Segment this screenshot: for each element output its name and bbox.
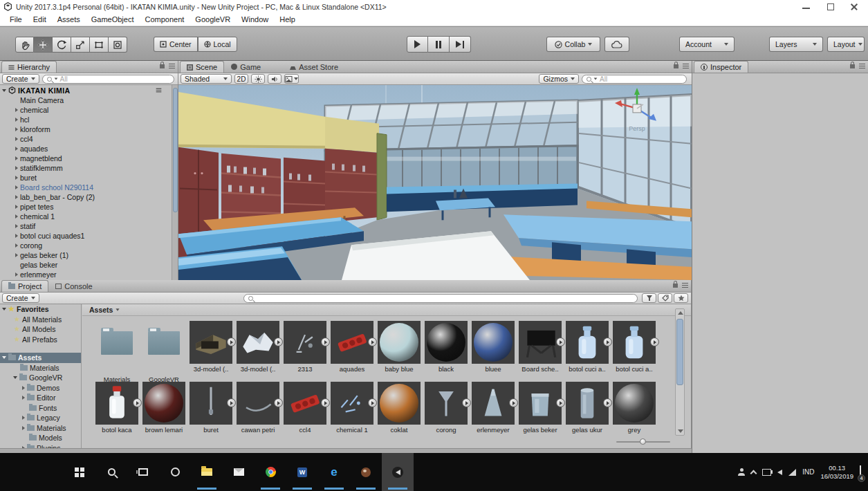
move-tool-button[interactable] bbox=[34, 37, 53, 53]
taskbar-unity-icon[interactable] bbox=[382, 453, 414, 491]
scene-viewport[interactable]: Persp bbox=[178, 85, 692, 280]
pivot-center-button[interactable]: Center bbox=[154, 37, 198, 52]
tab-console[interactable]: Console bbox=[48, 280, 99, 292]
volume-icon[interactable] bbox=[777, 470, 782, 475]
scene-menu-icon[interactable] bbox=[156, 89, 162, 93]
hierarchy-create-button[interactable]: Create bbox=[2, 74, 39, 84]
expand-arrow-icon[interactable] bbox=[15, 224, 18, 228]
expand-arrow-icon[interactable] bbox=[15, 108, 18, 112]
menu-googlevr[interactable]: GoogleVR bbox=[190, 15, 236, 24]
tree-all-prefabs[interactable]: All Prefabs bbox=[0, 335, 81, 345]
asset-board-sche[interactable]: Board sche.. bbox=[517, 320, 564, 381]
taskbar-mail-icon[interactable] bbox=[223, 453, 255, 491]
asset-erlenmeyer[interactable]: erlenmeyer bbox=[470, 381, 517, 442]
tree-googlevr[interactable]: GoogleVR bbox=[0, 373, 81, 383]
hierarchy-item-chemical-1[interactable]: chemical 1 bbox=[0, 212, 172, 221]
play-button[interactable] bbox=[407, 36, 428, 53]
asset-botol-cuci-a[interactable]: botol cuci a.. bbox=[564, 320, 611, 381]
expand-arrow-icon[interactable] bbox=[15, 234, 18, 238]
tree-materials[interactable]: Materials bbox=[0, 423, 81, 434]
hierarchy-item-ccl4[interactable]: ccl4 bbox=[0, 134, 172, 144]
asset-buret[interactable]: buret bbox=[187, 381, 234, 442]
collab-button[interactable]: Collab bbox=[546, 37, 600, 52]
shading-mode-dropdown[interactable]: Shaded bbox=[181, 74, 232, 84]
asset-botol-kaca[interactable]: botol kaca bbox=[93, 381, 140, 442]
hierarchy-item-corong[interactable]: corong bbox=[0, 241, 172, 250]
tree-plugins[interactable]: Plugins bbox=[0, 443, 81, 449]
asset-black[interactable]: black bbox=[423, 320, 470, 381]
asset-coklat[interactable]: coklat bbox=[376, 381, 423, 442]
menu-window[interactable]: Window bbox=[236, 15, 274, 24]
project-create-button[interactable]: Create bbox=[2, 293, 39, 303]
expand-arrow-icon[interactable] bbox=[15, 137, 18, 141]
expand-arrow-icon[interactable] bbox=[22, 386, 25, 390]
hierarchy-item-pipet-tetes[interactable]: pipet tetes bbox=[0, 202, 172, 212]
asset-ccl4[interactable]: ccl4 bbox=[281, 381, 329, 442]
scale-tool-button[interactable] bbox=[71, 37, 90, 53]
tab-game[interactable]: Game bbox=[224, 61, 268, 73]
asset-botol-cuci-a[interactable]: botol cuci a.. bbox=[611, 320, 658, 381]
minimize-button[interactable] bbox=[802, 3, 810, 10]
lighting-toggle-button[interactable] bbox=[251, 74, 265, 84]
scrollbar-thumb[interactable] bbox=[173, 88, 178, 212]
asset-baby-blue[interactable]: baby blue bbox=[376, 320, 423, 381]
scroll-down-icon[interactable] bbox=[678, 429, 683, 433]
expand-open-icon[interactable] bbox=[2, 356, 6, 359]
hierarchy-item-erlenmeyer[interactable]: erlenmeyer bbox=[0, 270, 172, 279]
search-by-label-button[interactable] bbox=[658, 293, 672, 303]
slider-knob[interactable] bbox=[640, 438, 646, 445]
hierarchy-item-buret[interactable]: buret bbox=[0, 173, 172, 183]
expand-arrow-icon[interactable] bbox=[15, 118, 18, 122]
expand-arrow-icon[interactable] bbox=[15, 156, 18, 160]
tree-fonts[interactable]: Fonts bbox=[0, 403, 81, 414]
asset-googlevr[interactable]: GoogleVR bbox=[140, 320, 187, 381]
expand-arrow-icon[interactable] bbox=[22, 416, 25, 420]
panel-menu-icon[interactable] bbox=[682, 283, 688, 288]
rotate-tool-button[interactable] bbox=[53, 37, 71, 53]
tab-project[interactable]: Project bbox=[1, 280, 48, 292]
expand-arrow-icon[interactable] bbox=[15, 176, 18, 180]
asset-brown-lemari[interactable]: brown lemari bbox=[140, 381, 187, 442]
language-indicator[interactable]: IND bbox=[802, 468, 814, 476]
hierarchy-item-statifklemmm[interactable]: statifklemmm bbox=[0, 163, 172, 173]
taskbar-file-explorer-icon[interactable] bbox=[191, 453, 223, 491]
expand-arrow-icon[interactable] bbox=[15, 195, 18, 199]
tree-favorites[interactable]: Favorites bbox=[0, 304, 81, 315]
taskbar-word-icon[interactable]: W bbox=[286, 453, 318, 491]
expand-open-icon[interactable] bbox=[13, 376, 17, 379]
hierarchy-item-statif[interactable]: statif bbox=[0, 221, 172, 231]
maximize-button[interactable] bbox=[827, 3, 834, 10]
hierarchy-search-input[interactable]: All bbox=[42, 75, 174, 84]
project-scrollbar[interactable] bbox=[675, 308, 685, 436]
scroll-up-icon[interactable] bbox=[678, 311, 683, 315]
tree-legacy[interactable]: Legacy bbox=[0, 413, 81, 423]
prefab-expand-badge-icon[interactable] bbox=[650, 337, 659, 346]
menu-component[interactable]: Component bbox=[139, 15, 190, 24]
hierarchy-item-magnetblend[interactable]: magnetblend bbox=[0, 154, 172, 163]
expand-open-icon[interactable] bbox=[2, 308, 6, 311]
expand-arrow-icon[interactable] bbox=[22, 426, 25, 430]
asset-aquades[interactable]: aquades bbox=[329, 320, 376, 381]
expand-arrow-icon[interactable] bbox=[15, 253, 18, 257]
thumbnail-size-slider[interactable] bbox=[616, 438, 670, 445]
hierarchy-item-botol-cuci-aquades1[interactable]: botol cuci aquades1 bbox=[0, 231, 172, 241]
asset-3d-model[interactable]: 3d-model (.. bbox=[187, 320, 234, 381]
asset-cawan-petri[interactable]: cawan petri bbox=[234, 381, 281, 442]
asset-grey[interactable]: grey bbox=[611, 381, 658, 442]
taskbar-chrome-icon[interactable] bbox=[255, 453, 286, 491]
2d-toggle-button[interactable]: 2D bbox=[234, 74, 248, 84]
panel-menu-icon[interactable] bbox=[859, 64, 865, 68]
hand-tool-button[interactable] bbox=[15, 37, 34, 53]
asset-materials[interactable]: Materials bbox=[93, 320, 140, 381]
tree-models[interactable]: Models bbox=[0, 433, 81, 443]
taskbar-paint-app-icon[interactable] bbox=[350, 453, 382, 491]
layers-dropdown[interactable]: Layers bbox=[769, 37, 823, 52]
expand-arrow-icon[interactable] bbox=[15, 166, 18, 170]
expand-arrow-icon[interactable] bbox=[22, 396, 25, 400]
menu-file[interactable]: File bbox=[4, 15, 28, 24]
hidden-icons-chevron-icon[interactable] bbox=[750, 470, 757, 476]
asset-gelas-beker[interactable]: gelas beker bbox=[517, 381, 564, 442]
hierarchy-item-chemical[interactable]: chemical bbox=[0, 105, 172, 115]
expand-arrow-icon[interactable] bbox=[15, 214, 18, 219]
menu-edit[interactable]: Edit bbox=[28, 15, 52, 24]
